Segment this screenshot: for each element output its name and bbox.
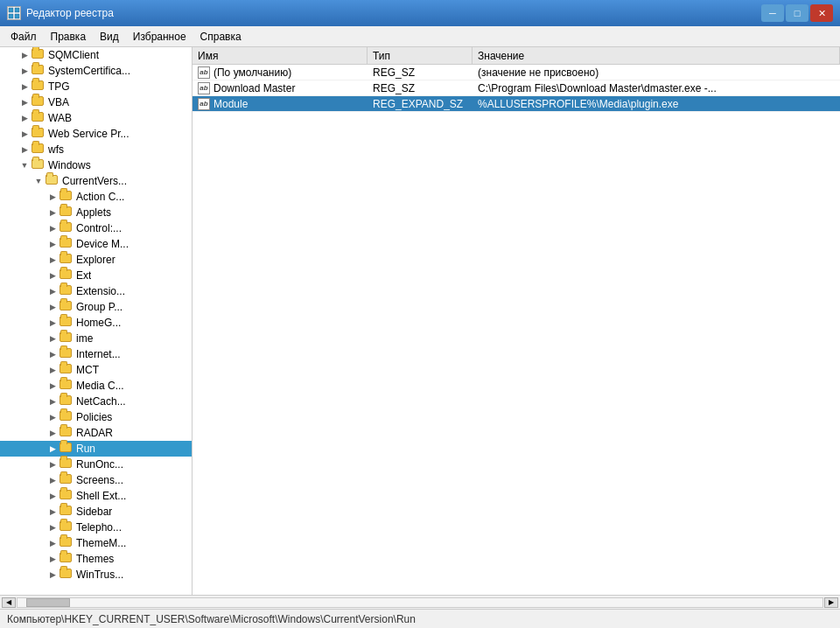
- folder-icon: [32, 96, 46, 108]
- expander-icon[interactable]: ▶: [46, 190, 60, 204]
- expander-icon[interactable]: ▶: [18, 143, 32, 157]
- expander-icon[interactable]: ▶: [46, 253, 60, 267]
- tree-node-shellext[interactable]: ▶Shell Ext...: [0, 488, 192, 504]
- tree-node-sqmclient[interactable]: ▶SQMClient: [0, 47, 192, 63]
- tree-node-homeg[interactable]: ▶HomeG...: [0, 315, 192, 331]
- expander-icon[interactable]: ▼: [18, 158, 32, 172]
- tree-node-run[interactable]: ▶Run: [0, 441, 192, 457]
- tree-node-currentvers[interactable]: ▼CurrentVers...: [0, 173, 192, 189]
- tree-node-devicem[interactable]: ▶Device M...: [0, 236, 192, 252]
- folder-icon: [46, 175, 60, 187]
- expander-icon[interactable]: ▶: [46, 442, 60, 456]
- expander-icon[interactable]: ▶: [46, 536, 60, 550]
- table-header: Имя Тип Значение: [192, 47, 840, 65]
- tree-node-telepho[interactable]: ▶Telepho...: [0, 520, 192, 535]
- expander-icon[interactable]: ▶: [18, 95, 32, 109]
- expander-icon[interactable]: ▶: [46, 379, 60, 393]
- tree-node-action[interactable]: ▶Action C...: [0, 189, 192, 205]
- tree-node-runonce[interactable]: ▶RunOnc...: [0, 457, 192, 472]
- scroll-right-btn[interactable]: ▶: [824, 597, 838, 608]
- expander-icon[interactable]: ▼: [32, 174, 46, 188]
- table-row[interactable]: abModuleREG_EXPAND_SZ%ALLUSERSPROFILE%\M…: [192, 96, 840, 112]
- tree-node-explorer[interactable]: ▶Explorer: [0, 252, 192, 268]
- minimize-button[interactable]: ─: [761, 4, 784, 22]
- close-button[interactable]: ✕: [810, 4, 833, 22]
- table-row[interactable]: abDownload MasterREG_SZC:\Program Files\…: [192, 80, 840, 96]
- tree-node-systemcertif[interactable]: ▶SystemCertifica...: [0, 63, 192, 79]
- col-header-value[interactable]: Значение: [472, 47, 840, 64]
- expander-icon[interactable]: ▶: [18, 48, 32, 62]
- expander-icon[interactable]: ▶: [46, 363, 60, 377]
- tree-node-controls[interactable]: ▶Control:...: [0, 220, 192, 236]
- col-header-name[interactable]: Имя: [192, 47, 368, 64]
- tree-node-ext[interactable]: ▶Ext: [0, 268, 192, 283]
- expander-icon[interactable]: ▶: [46, 206, 60, 220]
- scroll-thumb[interactable]: [26, 598, 70, 607]
- tree-node-vba[interactable]: ▶VBA: [0, 94, 192, 110]
- tree-node-screens[interactable]: ▶Screens...: [0, 472, 192, 488]
- tree-label: Explorer: [76, 252, 116, 268]
- folder-icon: [60, 301, 74, 313]
- expander-icon[interactable]: ▶: [46, 347, 60, 361]
- folder-icon: [60, 191, 74, 203]
- cell-name: ab(По умолчанию): [192, 66, 368, 79]
- tree-node-internet[interactable]: ▶Internet...: [0, 346, 192, 362]
- table-body: ab(По умолчанию)REG_SZ(значение не присв…: [192, 65, 840, 112]
- col-header-type[interactable]: Тип: [368, 47, 472, 64]
- tree-node-policies[interactable]: ▶Policies: [0, 409, 192, 425]
- menu-help[interactable]: Справка: [193, 28, 248, 45]
- tree-node-windows[interactable]: ▼Windows: [0, 157, 192, 173]
- scroll-left-btn[interactable]: ◀: [2, 597, 16, 608]
- expander-icon[interactable]: ▶: [46, 505, 60, 519]
- expander-icon[interactable]: ▶: [46, 410, 60, 424]
- tree-node-wintrus[interactable]: ▶WinTrus...: [0, 567, 192, 583]
- tree-node-radar[interactable]: ▶RADAR: [0, 425, 192, 441]
- menu-file[interactable]: Файл: [4, 28, 44, 45]
- expander-icon[interactable]: ▶: [18, 64, 32, 78]
- expander-icon[interactable]: ▶: [46, 520, 60, 534]
- tree-node-sidebar[interactable]: ▶Sidebar: [0, 504, 192, 520]
- tree-node-mediac[interactable]: ▶Media C...: [0, 378, 192, 394]
- maximize-button[interactable]: □: [786, 4, 808, 22]
- tree-node-netcach[interactable]: ▶NetCach...: [0, 394, 192, 409]
- expander-icon[interactable]: ▶: [46, 316, 60, 330]
- tree-label: SQMClient: [48, 47, 99, 63]
- tree-node-themes[interactable]: ▶Themes: [0, 551, 192, 567]
- expander-icon[interactable]: ▶: [18, 111, 32, 125]
- expander-icon[interactable]: ▶: [46, 394, 60, 408]
- tree-node-tpg[interactable]: ▶TPG: [0, 79, 192, 94]
- tree-node-wfs[interactable]: ▶wfs: [0, 142, 192, 157]
- expander-icon[interactable]: ▶: [18, 80, 32, 94]
- expander-icon[interactable]: ▶: [46, 426, 60, 440]
- expander-icon[interactable]: ▶: [46, 457, 60, 471]
- menu-edit[interactable]: Правка: [44, 28, 94, 45]
- expander-icon[interactable]: ▶: [46, 269, 60, 283]
- expander-icon[interactable]: ▶: [46, 300, 60, 314]
- folder-icon: [60, 411, 74, 423]
- table-row[interactable]: ab(По умолчанию)REG_SZ(значение не присв…: [192, 65, 840, 80]
- tree-node-themem[interactable]: ▶ThemeM...: [0, 535, 192, 551]
- main-content: ▶SQMClient▶SystemCertifica...▶TPG▶VBA▶WA…: [0, 47, 840, 595]
- expander-icon[interactable]: ▶: [46, 221, 60, 235]
- tree-node-webservicepr[interactable]: ▶Web Service Pr...: [0, 126, 192, 142]
- tree-scroll[interactable]: ▶SQMClient▶SystemCertifica...▶TPG▶VBA▶WA…: [0, 47, 192, 595]
- tree-node-applets[interactable]: ▶Applets: [0, 205, 192, 220]
- expander-icon[interactable]: ▶: [46, 552, 60, 566]
- tree-panel-container: ▶SQMClient▶SystemCertifica...▶TPG▶VBA▶WA…: [0, 47, 192, 595]
- tree-node-mct[interactable]: ▶MCT: [0, 362, 192, 378]
- expander-icon[interactable]: ▶: [46, 237, 60, 251]
- expander-icon[interactable]: ▶: [46, 568, 60, 582]
- tree-node-ime[interactable]: ▶ime: [0, 331, 192, 346]
- expander-icon[interactable]: ▶: [18, 127, 32, 141]
- tree-node-extensio[interactable]: ▶Extensio...: [0, 283, 192, 299]
- expander-icon[interactable]: ▶: [46, 284, 60, 298]
- menu-view[interactable]: Вид: [93, 28, 126, 45]
- cell-value: %ALLUSERSPROFILE%\Media\plugin.exe: [472, 98, 840, 110]
- expander-icon[interactable]: ▶: [46, 473, 60, 487]
- tree-node-groupp[interactable]: ▶Group P...: [0, 299, 192, 315]
- expander-icon[interactable]: ▶: [46, 489, 60, 503]
- menu-favorites[interactable]: Избранное: [126, 28, 193, 45]
- expander-icon[interactable]: ▶: [46, 331, 60, 345]
- tree-node-wab[interactable]: ▶WAB: [0, 110, 192, 126]
- horizontal-scroll[interactable]: ◀ ▶: [0, 595, 840, 609]
